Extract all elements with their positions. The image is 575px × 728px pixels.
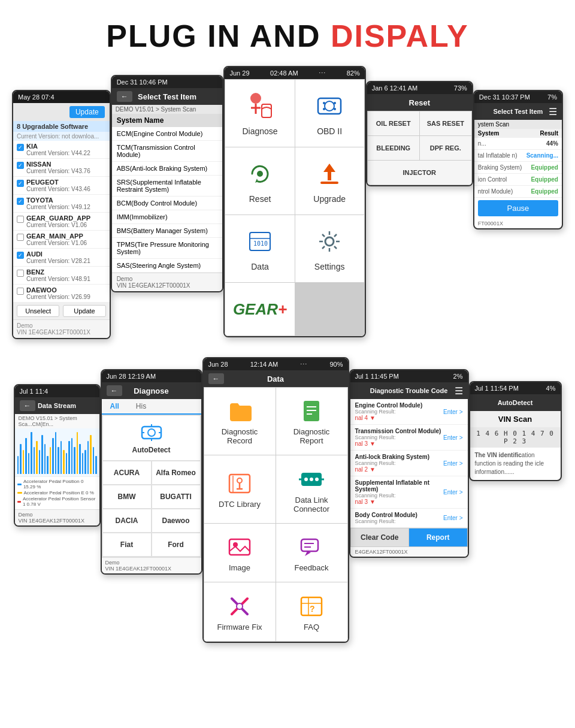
diag-item-autodetect[interactable]: AutoDetect <box>103 416 200 460</box>
system-list-item-4[interactable]: BCM(Body Control Module) <box>112 197 223 210</box>
menu-item-data[interactable]: 1010 Data <box>225 215 294 282</box>
ds-back-btn[interactable]: ← <box>20 400 35 411</box>
svg-line-22 <box>334 246 337 249</box>
ds-bar-4 <box>28 453 30 474</box>
ds-nav-bar: ← Data Stream <box>15 397 99 414</box>
unselect-button[interactable]: Unselect <box>17 305 59 317</box>
update-checkbox-5[interactable] <box>17 234 24 241</box>
scan-result-2: tal Inflatable n)Scanning... <box>474 150 562 162</box>
dtc-module-5[interactable]: Body Control Module) Scanning Result: En… <box>350 509 468 528</box>
menu-item-reset[interactable]: Reset <box>225 147 294 215</box>
data-item-feedback[interactable]: Feedback <box>276 524 347 582</box>
scan-title: Select Test Item <box>493 108 543 115</box>
page-title: PLUG IN AND DISPALY <box>0 0 575 66</box>
diag-item-bmw[interactable]: BMW <box>103 485 151 508</box>
datastream-screen: Jul 1 11:4 ← Data Stream DEMO V15.01 > S… <box>14 384 101 527</box>
update-checkbox-6[interactable]: ✓ <box>17 252 24 259</box>
update-checkbox-1[interactable]: ✓ <box>17 162 24 169</box>
data-item-report[interactable]: Diagnostic Report <box>276 388 347 455</box>
system-list-item-5[interactable]: IMM(Immobilizer) <box>112 210 223 224</box>
svg-point-0 <box>250 93 261 104</box>
update-checkbox-0[interactable]: ✓ <box>17 144 24 151</box>
data-item-connector[interactable]: Data Link Connector <box>276 455 347 522</box>
diag-item-acura[interactable]: ACURA <box>103 461 151 484</box>
system-list-item-0[interactable]: ECM(Engine Control Module) <box>112 127 223 141</box>
settings-label: Settings <box>314 262 345 271</box>
scan-result-4: ion ControlEquipped <box>474 174 562 186</box>
menu-item-diagnose[interactable]: Diagnose <box>225 80 294 147</box>
menu-item-settings[interactable]: Settings <box>295 215 364 282</box>
system-list-item-6[interactable]: BMS(Battery Manager System) <box>112 224 223 238</box>
reset-item-bleeding[interactable]: BLEEDING <box>368 136 419 160</box>
record-label: Diagnostic Record <box>209 427 271 445</box>
diag-tabs: All His <box>102 399 201 415</box>
dtc-status: Jul 1 11:45 PM <box>355 373 399 380</box>
reset-item-dpf[interactable]: DPF REG. <box>420 136 471 160</box>
dtc-module-4[interactable]: Supplemental Inflatable nt System) Scann… <box>350 476 468 509</box>
diag-tab-all[interactable]: All <box>102 399 128 415</box>
data-item-firmware[interactable]: Firmware Fix <box>204 582 276 641</box>
system-list-item-2[interactable]: ABS(Anti-lock Braking System) <box>112 162 223 176</box>
diag-item-dacia[interactable]: DACIA <box>103 509 151 532</box>
obd-label: OBD II <box>317 126 342 136</box>
faq-label: FAQ <box>304 623 319 632</box>
diag-tab-his[interactable]: His <box>128 399 155 413</box>
data-item-dtc-lib[interactable]: DTC Library <box>204 455 276 522</box>
reset-nav-bar: Reset <box>367 94 472 111</box>
data-menu-grid: Diagnostic Record Diagnostic Report <box>204 387 348 642</box>
menu-item-upgrade[interactable]: Upgrade <box>295 147 364 215</box>
data-item-image[interactable]: Image <box>204 524 276 582</box>
diag-back-btn[interactable]: ← <box>107 385 122 396</box>
diag-item-daewoo[interactable]: Daewoo <box>152 509 200 532</box>
system-list: ECM(Engine Control Module)TCM(Transmissi… <box>112 127 223 273</box>
ds-bar-18 <box>66 453 68 474</box>
reset-item-oil[interactable]: OIL RESET <box>368 111 419 135</box>
reset-item-injector[interactable]: INJECTOR <box>368 161 471 185</box>
diag-item-ford[interactable]: Ford <box>152 533 200 556</box>
svg-rect-48 <box>301 539 318 551</box>
ds-chart <box>15 428 99 476</box>
update-checkbox-3[interactable]: ✓ <box>17 198 24 205</box>
dtc-module-2[interactable]: Transmission Control Module) Scanning Re… <box>350 425 468 451</box>
update-action-button[interactable]: Update <box>63 305 105 317</box>
update-checkbox-8[interactable] <box>17 288 24 295</box>
ds-bar-22 <box>77 432 78 474</box>
firmware-label: Firmware Fix <box>217 623 262 632</box>
pause-button[interactable]: Pause <box>478 200 558 216</box>
report-label: Diagnostic Report <box>281 427 343 445</box>
reset-item-sas[interactable]: SAS RESET <box>420 111 471 135</box>
firmware-icon <box>227 592 252 618</box>
dtc-module-3[interactable]: Anti-lock Braking System) Scanning Resul… <box>350 451 468 476</box>
svg-point-43 <box>315 478 319 481</box>
update-button[interactable]: Update <box>69 106 105 118</box>
scan-label: ystem Scan <box>474 120 562 129</box>
ds-bar-9 <box>41 435 43 474</box>
dtc-module-1[interactable]: Engine Control Module) Scanning Result: … <box>350 399 468 425</box>
report-button[interactable]: Report <box>409 528 467 546</box>
system-list-item-8[interactable]: SAS(Steering Angle System) <box>112 259 223 273</box>
system-list-item-1[interactable]: TCM(Transmission Control Module) <box>112 141 223 162</box>
dtc-status-bar: Jul 1 11:45 PM 2% <box>350 370 468 382</box>
diag-item-fiat[interactable]: Fiat <box>103 533 151 556</box>
menu-item-obd[interactable]: OBD II <box>295 80 364 147</box>
scan-status-bar: Dec 31 10:37 PM 7% <box>474 91 562 103</box>
update-checkbox-7[interactable] <box>17 270 24 277</box>
data-back-btn[interactable]: ← <box>208 373 224 384</box>
ds-bar-21 <box>74 447 75 474</box>
diag-item-alfa[interactable]: Alfa Romeo <box>152 461 200 484</box>
clear-code-button[interactable]: Clear Code <box>351 528 409 546</box>
diag-item-bugatti[interactable]: BUGATTI <box>152 485 200 508</box>
update-checkbox-4[interactable] <box>17 216 24 223</box>
svg-point-26 <box>148 429 155 436</box>
settings-icon <box>314 226 345 257</box>
update-checkbox-2[interactable]: ✓ <box>17 180 24 187</box>
autodetect-screen: Jul 1 11:54 PM 4% AutoDetect VIN Scan 1 … <box>469 381 562 481</box>
system-list-item-7[interactable]: TPMS(Tire Pressure Monitoring System) <box>112 238 223 259</box>
system-list-item-3[interactable]: SRS(Supplemental Inflatable Restraint Sy… <box>112 176 223 197</box>
diag-status: Jun 28 12:19 AM <box>107 373 156 380</box>
select-back-btn[interactable]: ← <box>117 91 132 102</box>
data-item-record[interactable]: Diagnostic Record <box>204 388 276 455</box>
menu-item-gear[interactable]: GEAR+ <box>225 283 294 336</box>
svg-point-41 <box>304 478 308 481</box>
data-item-faq[interactable]: ? FAQ <box>276 582 347 641</box>
